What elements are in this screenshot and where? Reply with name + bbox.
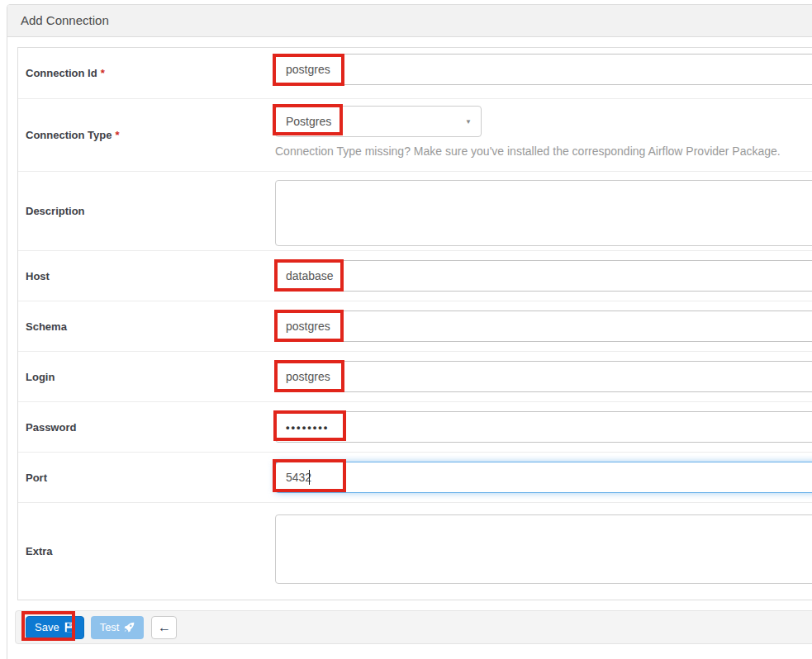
password-input[interactable]	[275, 411, 812, 443]
connection-type-label: Connection Type*	[18, 99, 275, 171]
port-input[interactable]	[275, 462, 812, 493]
page: Add Connection Connection Id* Connection…	[0, 0, 812, 659]
required-asterisk: *	[101, 67, 105, 79]
field-row-login: Login	[18, 352, 812, 402]
field-row-connection-id: Connection Id*	[18, 48, 812, 99]
connection-id-label: Connection Id*	[18, 48, 275, 98]
field-row-extra: Extra	[18, 503, 812, 600]
test-button-label: Test	[100, 621, 120, 633]
back-button[interactable]: ←	[151, 616, 177, 639]
host-label: Host	[18, 251, 275, 301]
form-actions-toolbar: Save Test ←	[15, 610, 812, 644]
page-title: Add Connection	[7, 5, 812, 37]
field-row-connection-type: Connection Type* Postgres ▼ Connection T…	[18, 99, 812, 172]
extra-label: Extra	[18, 503, 275, 600]
login-label: Login	[18, 352, 275, 401]
field-row-description: Description	[18, 172, 812, 251]
floppy-disk-icon	[64, 622, 75, 633]
port-label: Port	[18, 453, 275, 502]
connection-type-help-text: Connection Type missing? Make sure you'v…	[275, 145, 781, 158]
connection-type-select[interactable]: Postgres ▼	[275, 106, 482, 137]
connection-id-input[interactable]	[275, 54, 812, 85]
field-row-host: Host	[18, 251, 812, 301]
extra-textarea[interactable]	[275, 514, 812, 584]
rocket-icon	[124, 622, 135, 633]
description-textarea[interactable]	[275, 180, 812, 246]
arrow-left-icon: ←	[158, 620, 171, 635]
description-label: Description	[18, 172, 275, 250]
field-row-port: Port	[18, 453, 812, 503]
schema-input[interactable]	[275, 311, 812, 342]
text-cursor	[309, 470, 310, 485]
password-label: Password	[18, 402, 275, 452]
connection-form: Connection Id* Connection Type* Postgres…	[17, 47, 812, 600]
host-input[interactable]	[275, 260, 812, 292]
save-button-label: Save	[35, 621, 59, 633]
save-button[interactable]: Save	[26, 616, 84, 639]
connection-type-selected-value: Postgres	[286, 115, 331, 128]
field-row-password: Password	[18, 402, 812, 453]
chevron-down-icon: ▼	[465, 118, 472, 126]
test-button[interactable]: Test	[91, 616, 145, 639]
login-input[interactable]	[275, 361, 812, 392]
schema-label: Schema	[18, 301, 275, 351]
required-asterisk: *	[115, 129, 119, 141]
field-row-schema: Schema	[18, 301, 812, 352]
